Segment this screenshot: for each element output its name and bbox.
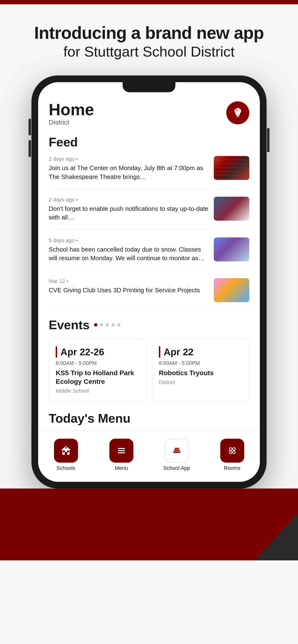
feed-image-kids (214, 278, 249, 302)
svg-point-23 (230, 448, 232, 450)
event-accent (159, 346, 160, 358)
nav-item-rooms[interactable]: Rooms (204, 435, 260, 474)
nav-item-schools[interactable]: Schools (38, 435, 94, 474)
feed-section-title: Feed (49, 135, 249, 149)
events-section-title: Events (49, 318, 90, 332)
event-date-bar: Apr 22 (159, 346, 242, 358)
app-title: Home (49, 101, 94, 118)
menu-section: Today's Menu (49, 411, 249, 426)
feed-item[interactable]: 5 days ago • School has been cancelled t… (49, 238, 249, 270)
menu-icon-bg (109, 439, 133, 463)
bottom-nav: Schools Menu (38, 430, 260, 482)
svg-point-25 (230, 452, 232, 453)
events-header: Events (49, 318, 249, 332)
svg-point-5 (235, 112, 240, 116)
top-bar (0, 0, 298, 4)
svg-rect-16 (173, 452, 181, 453)
feed-timestamp: 2 days ago • (49, 197, 209, 203)
event-location: Middle School (56, 388, 139, 394)
phone-notch (123, 82, 175, 92)
svg-rect-13 (118, 448, 125, 449)
nav-item-school-app[interactable]: School App (149, 435, 204, 474)
bottom-dark-corner (255, 512, 298, 560)
feed-timestamp: 5 days ago • (49, 238, 209, 244)
feed-text: School has been cancelled today due to s… (49, 245, 209, 262)
rooms-label: Rooms (224, 465, 241, 471)
dot-2 (100, 323, 103, 326)
school-app-icon-bg (165, 439, 189, 463)
school-app-icon (171, 445, 183, 457)
phone-screen: Home District (38, 82, 260, 482)
screen-content: Home District (38, 82, 260, 430)
dot-3 (106, 323, 109, 326)
phone-mockup: Home District (32, 76, 266, 488)
events-row: Apr 22-26 8:00AM - 5:00PM KS5 Trip to Ho… (49, 339, 249, 402)
event-card-1[interactable]: Apr 22-26 8:00AM - 5:00PM KS5 Trip to Ho… (49, 339, 146, 402)
event-date: Apr 22-26 (60, 347, 104, 357)
feed-text-block: 5 days ago • School has been cancelled t… (49, 238, 214, 262)
volume-up-button (29, 118, 31, 135)
schools-icon-bg (54, 439, 78, 463)
menu-icon (115, 445, 127, 457)
feed-item[interactable]: 2 days ago • Join us at The Center on Mo… (49, 156, 249, 189)
event-date-bar: Apr 22-26 (56, 346, 139, 358)
svg-rect-10 (63, 450, 65, 452)
svg-marker-6 (236, 115, 239, 118)
intro-title: Introducing a brand new app (34, 24, 264, 42)
event-card-2[interactable]: Apr 22 8:00AM - 5:00PM Robotics Tryouts … (152, 339, 249, 402)
intro-subtitle: for Stuttgart School District (34, 42, 264, 61)
app-title-block: Home District (49, 101, 94, 126)
svg-rect-18 (175, 448, 179, 449)
feed-text: Join us at The Center on Monday, July 8t… (49, 164, 209, 181)
school-logo[interactable] (226, 101, 249, 124)
svg-rect-14 (118, 450, 125, 451)
feed-item[interactable]: Mar 12 • CVE Giving Club Uses 3D Printin… (49, 278, 249, 310)
feed-text: CVE Giving Club Uses 3D Printing for Ser… (49, 286, 209, 294)
svg-rect-12 (65, 447, 67, 448)
event-date: Apr 22 (164, 347, 194, 357)
dot-indicators (94, 323, 120, 326)
power-button (267, 128, 269, 152)
feed-text-block: 2 days ago • Don't forget to enable push… (49, 197, 214, 222)
feed-text-block: 2 days ago • Join us at The Center on Mo… (49, 156, 214, 181)
schools-label: Schools (56, 465, 75, 471)
event-name: Robotics Tryouts (159, 369, 242, 377)
event-time: 8:00AM - 5:00PM (159, 360, 242, 366)
svg-rect-11 (67, 450, 69, 452)
dot-1 (94, 323, 97, 326)
feed-image-phone (214, 197, 249, 221)
rooms-icon (226, 445, 238, 457)
svg-rect-15 (118, 452, 125, 453)
feed-text: Don't forget to enable push notification… (49, 204, 209, 222)
school-app-label: School App (163, 465, 190, 471)
feed-item[interactable]: 2 days ago • Don't forget to enable push… (49, 197, 249, 230)
volume-down-button (29, 140, 31, 157)
svg-point-2 (236, 110, 238, 111)
dot-4 (111, 323, 115, 326)
menu-label: Menu (115, 465, 128, 471)
feed-image-snow (214, 238, 249, 262)
event-accent (56, 346, 57, 358)
menu-section-title: Today's Menu (49, 411, 249, 426)
svg-rect-9 (65, 452, 67, 455)
dot-5 (117, 323, 120, 326)
feed-timestamp: 2 days ago • (49, 156, 209, 162)
mascot-icon (231, 106, 245, 120)
feed-text-block: Mar 12 • CVE Giving Club Uses 3D Printin… (49, 278, 214, 294)
school-icon (60, 445, 72, 457)
app-header: Home District (49, 101, 249, 126)
page-wrapper: Introducing a brand new app for Stuttgar… (0, 4, 298, 560)
app-district-label: District (49, 118, 94, 126)
svg-rect-17 (174, 450, 180, 451)
svg-point-24 (233, 448, 235, 450)
nav-item-menu[interactable]: Menu (94, 435, 149, 474)
event-location: District (159, 379, 242, 386)
svg-point-26 (233, 452, 235, 453)
rooms-icon-bg (220, 439, 244, 463)
bottom-section (0, 488, 298, 560)
intro-section: Introducing a brand new app for Stuttgar… (15, 4, 283, 76)
feed-timestamp: Mar 12 • (49, 278, 209, 284)
feed-image-theater (214, 156, 249, 180)
event-name: KS5 Trip to Holland Park Ecology Centre (56, 369, 139, 386)
event-time: 8:00AM - 5:00PM (56, 360, 139, 366)
